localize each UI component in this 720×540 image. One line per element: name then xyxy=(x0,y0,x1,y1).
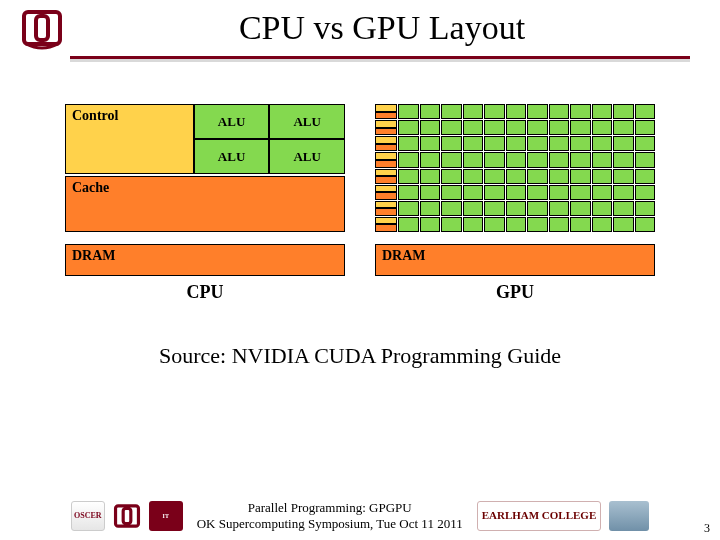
gpu-row xyxy=(375,217,655,232)
gpu-core xyxy=(441,217,461,232)
gpu-core xyxy=(441,185,461,200)
gpu-row-control xyxy=(375,185,397,200)
slide-title: CPU vs GPU Layout xyxy=(64,9,700,47)
page-number: 3 xyxy=(704,521,710,536)
gpu-row xyxy=(375,120,655,135)
gpu-core xyxy=(420,120,440,135)
gpu-core xyxy=(613,201,633,216)
gpu-core xyxy=(549,217,569,232)
gpu-core xyxy=(441,201,461,216)
gpu-core xyxy=(506,185,526,200)
gpu-core xyxy=(398,217,418,232)
gpu-core xyxy=(613,169,633,184)
gpu-row xyxy=(375,185,655,200)
gpu-core xyxy=(635,136,655,151)
gpu-core xyxy=(570,152,590,167)
gpu-core xyxy=(420,104,440,119)
gpu-core xyxy=(635,185,655,200)
gpu-core xyxy=(463,169,483,184)
gpu-core xyxy=(484,136,504,151)
cpu-alu: ALU xyxy=(269,139,345,174)
gpu-block: DRAM xyxy=(375,104,655,276)
slide-footer: OSCER IT Parallel Programming: GPGPU OK … xyxy=(0,500,720,533)
cpu-dram: DRAM xyxy=(65,244,345,276)
gpu-row-control xyxy=(375,104,397,119)
gpu-core xyxy=(549,152,569,167)
gpu-row-control xyxy=(375,152,397,167)
gpu-core xyxy=(549,104,569,119)
gpu-core xyxy=(420,152,440,167)
cpu-alu: ALU xyxy=(194,104,270,139)
gpu-core xyxy=(463,104,483,119)
gpu-core xyxy=(613,120,633,135)
title-rule-shadow xyxy=(70,59,690,62)
gpu-core-grid xyxy=(398,136,655,151)
gpu-core xyxy=(635,104,655,119)
gpu-core xyxy=(441,136,461,151)
gpu-core xyxy=(420,169,440,184)
footer-line-2: OK Supercomputing Symposium, Tue Oct 11 … xyxy=(197,516,463,532)
gpu-row-control xyxy=(375,169,397,184)
svg-rect-1 xyxy=(36,16,48,40)
cpu-cache: Cache xyxy=(65,176,345,232)
gpu-core xyxy=(484,185,504,200)
footer-line-1: Parallel Programming: GPGPU xyxy=(197,500,463,516)
gpu-row xyxy=(375,152,655,167)
gpu-core xyxy=(506,201,526,216)
gpu-core xyxy=(570,217,590,232)
gpu-core xyxy=(398,185,418,200)
gpu-row-control-unit xyxy=(375,152,397,160)
gpu-core xyxy=(527,185,547,200)
gpu-core xyxy=(570,136,590,151)
ou-logo-icon xyxy=(20,6,64,50)
gpu-core xyxy=(506,120,526,135)
gpu-row-cache xyxy=(375,224,397,232)
cpu-top-row: Control ALU ALU ALU ALU xyxy=(65,104,345,174)
gpu-row-control-unit xyxy=(375,169,397,177)
gpu-row-control xyxy=(375,120,397,135)
gpu-core xyxy=(549,136,569,151)
gpu-core xyxy=(635,201,655,216)
gpu-row-cache xyxy=(375,144,397,152)
gpu-core xyxy=(635,169,655,184)
earlham-logo-icon: EARLHAM COLLEGE xyxy=(477,501,602,531)
gpu-core xyxy=(613,152,633,167)
footer-logos-left: OSCER IT xyxy=(71,501,183,531)
gpu-core xyxy=(527,217,547,232)
cpu-block: Control ALU ALU ALU ALU Cache DRAM xyxy=(65,104,345,276)
gpu-core-grid xyxy=(398,169,655,184)
gpu-core xyxy=(484,120,504,135)
cpu-label: CPU xyxy=(187,282,224,303)
gpu-core xyxy=(484,104,504,119)
gpu-core xyxy=(549,120,569,135)
svg-rect-3 xyxy=(123,508,131,523)
slide-header: CPU vs GPU Layout xyxy=(0,0,720,54)
gpu-core xyxy=(463,120,483,135)
gpu-core xyxy=(527,136,547,151)
gpu-row xyxy=(375,201,655,216)
gpu-core xyxy=(506,104,526,119)
footer-logos-right: EARLHAM COLLEGE xyxy=(477,501,650,531)
gpu-core xyxy=(592,136,612,151)
gpu-core xyxy=(506,152,526,167)
gpu-core xyxy=(398,136,418,151)
cpu-alu: ALU xyxy=(194,139,270,174)
gpu-row-control-unit xyxy=(375,136,397,144)
gpu-row xyxy=(375,169,655,184)
gpu-row-control-unit xyxy=(375,201,397,209)
gpu-core xyxy=(613,104,633,119)
gpu-core xyxy=(549,185,569,200)
gpu-core xyxy=(549,201,569,216)
gpu-row-control-unit xyxy=(375,185,397,193)
gpu-core xyxy=(441,104,461,119)
gpu-core xyxy=(527,152,547,167)
gpu-core xyxy=(592,104,612,119)
gpu-core xyxy=(506,136,526,151)
gpu-core xyxy=(549,169,569,184)
gpu-core xyxy=(463,201,483,216)
gpu-core xyxy=(484,217,504,232)
gpu-row-cache xyxy=(375,176,397,184)
cpu-alu: ALU xyxy=(269,104,345,139)
gpu-core xyxy=(441,120,461,135)
gpu-core xyxy=(463,185,483,200)
